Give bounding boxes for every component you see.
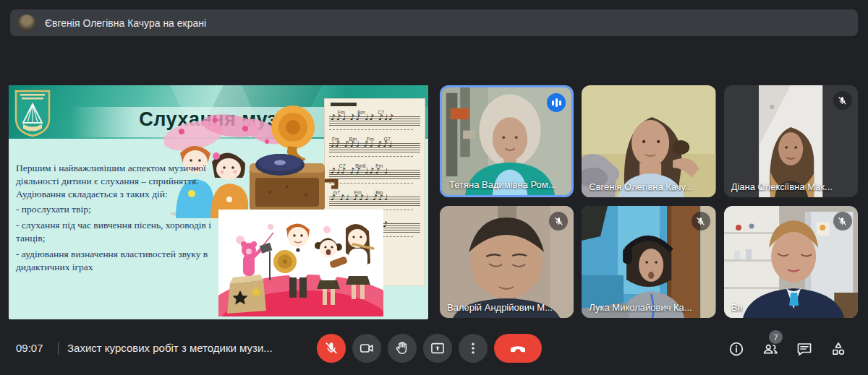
chat-icon	[796, 340, 813, 358]
raise-hand-button[interactable]	[388, 334, 417, 363]
more-options-icon	[465, 340, 481, 356]
divider	[58, 342, 59, 355]
presenting-banner: Євгенія Олегівна Качура на екрані	[10, 9, 858, 36]
meeting-panels: 7	[727, 340, 848, 358]
slide-paragraph: Першим і найважливішим аспектом музичної…	[16, 162, 218, 200]
participants-panel-button[interactable]: 7	[761, 340, 780, 358]
meeting-title: Захист курсових робіт з методики музи...	[67, 342, 273, 354]
camera-icon	[359, 340, 375, 356]
participant-name: Валерій Андрійович М...	[447, 302, 553, 313]
meeting-details-button[interactable]	[727, 340, 746, 358]
slide-bullet: - прослухати твір;	[16, 203, 218, 216]
slide-body-text: Першим і найважливішим аспектом музичної…	[16, 162, 218, 274]
participant-name: Євгенія Олегівна Качу...	[589, 181, 692, 192]
participant-name: Ви	[731, 302, 743, 313]
participant-name: Тетяна Вадимівна Ром...	[449, 179, 556, 190]
end-call-icon	[509, 339, 527, 358]
participant-tile-3[interactable]: Діана Олексіївна Мак...	[724, 85, 858, 197]
activities-icon	[830, 340, 847, 358]
shared-screen-presentation: Слухання музики Першим і найважливішим а…	[9, 85, 428, 319]
end-call-button[interactable]	[494, 334, 542, 363]
university-logo	[14, 90, 51, 137]
children-orchestra-illustration	[218, 210, 383, 316]
participant-tile-4[interactable]: Валерій Андрійович М...	[440, 206, 574, 318]
mic-toggle-button[interactable]	[317, 334, 346, 363]
participant-tile-1[interactable]: Тетяна Вадимівна Ром...	[440, 85, 574, 197]
participant-tile-5[interactable]: Лука Миколайович Ка...	[582, 206, 715, 318]
mic-off-icon	[833, 91, 852, 110]
participants-count-badge: 7	[769, 330, 783, 344]
present-screen-icon	[430, 340, 446, 356]
participant-name: Діана Олексіївна Мак...	[731, 181, 833, 192]
presenting-banner-text: Євгенія Олегівна Качура на екрані	[45, 17, 206, 29]
control-bar: 09:07 Захист курсових робіт з методики м…	[0, 324, 868, 375]
raise-hand-icon	[394, 340, 410, 356]
participant-grid: Тетяна Вадимівна Ром... Євгенія Олегівна…	[440, 85, 858, 318]
activities-panel-button[interactable]	[829, 340, 848, 358]
mic-off-icon	[323, 340, 339, 356]
participant-tile-self[interactable]: Ви	[724, 206, 858, 318]
info-icon	[728, 340, 745, 358]
participant-tile-2[interactable]: Євгенія Олегівна Качу...	[582, 85, 715, 197]
present-screen-button[interactable]	[423, 334, 452, 363]
clock: 09:07	[16, 342, 43, 354]
call-controls	[317, 334, 542, 363]
mic-off-icon	[692, 212, 710, 230]
meet-window: Євгенія Олегівна Качура на екрані Слухан…	[0, 0, 868, 375]
slide-bullet: - слухання під час вивчення пісень, хоро…	[16, 219, 218, 245]
participant-video	[582, 85, 715, 197]
slide-bullet: - аудіювання визначення властивостей зву…	[16, 248, 218, 274]
chat-panel-button[interactable]	[795, 340, 814, 358]
camera-toggle-button[interactable]	[352, 334, 381, 363]
participant-name: Лука Миколайович Ка...	[589, 302, 692, 313]
more-options-button[interactable]	[459, 334, 488, 363]
mic-off-icon	[833, 212, 852, 230]
presenter-avatar	[18, 14, 35, 32]
